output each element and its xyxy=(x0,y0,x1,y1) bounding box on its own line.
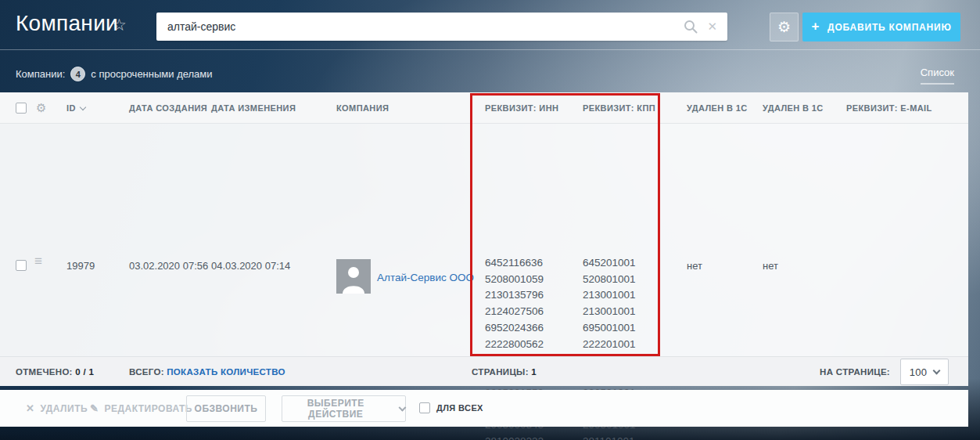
header-divider xyxy=(0,49,980,50)
show-count-link[interactable]: ПОКАЗАТЬ КОЛИЧЕСТВО xyxy=(167,367,285,377)
edit-button[interactable]: ✎РЕДАКТИРОВАТЬ xyxy=(90,390,192,427)
row-checkbox[interactable] xyxy=(16,260,27,271)
action-bar: ✕УДАЛИТЬ ✎РЕДАКТИРОВАТЬ ОБЗВОНИТЬ ВЫБЕРИ… xyxy=(0,390,968,427)
favorite-star-icon[interactable]: ☆ xyxy=(112,16,127,34)
page-title: Компании xyxy=(16,11,118,36)
add-company-button[interactable]: + ДОБАВИТЬ КОМПАНИЮ xyxy=(802,13,960,41)
company-avatar[interactable] xyxy=(336,259,371,294)
person-icon xyxy=(336,259,371,294)
selected-counter: ОТМЕЧЕНО: 0 / 1 xyxy=(16,357,94,387)
kpp-value: 645201001 xyxy=(583,255,636,272)
inn-value: 2130135796 xyxy=(485,287,544,304)
kpp-value: 213001001 xyxy=(583,304,636,320)
search-input[interactable] xyxy=(156,13,727,41)
inn-value: 6952024366 xyxy=(485,320,544,337)
deleted1c-2-value: нет xyxy=(763,260,778,272)
column-header-deleted1c-1[interactable]: УДАЛЕН В 1С xyxy=(687,92,748,124)
counter-label: Компании: xyxy=(16,68,65,80)
settings-button[interactable]: ⚙ xyxy=(770,13,799,41)
inn-value: 2222800562 xyxy=(485,337,544,353)
row-created-date: 03.02.2020 07:56 xyxy=(129,260,208,272)
column-header-inn[interactable]: РЕКВИЗИТ: ИНН xyxy=(485,92,558,124)
column-header-deleted1c-2[interactable]: УДАЛЕН В 1С xyxy=(763,92,824,124)
clear-search-icon[interactable]: ✕ xyxy=(707,20,717,34)
total-counter: ВСЕГО: ПОКАЗАТЬ КОЛИЧЕСТВО xyxy=(129,357,285,387)
for-all-checkbox[interactable] xyxy=(419,402,430,413)
call-button[interactable]: ОБЗВОНИТЬ xyxy=(186,395,266,422)
column-header-modified[interactable]: ДАТА ИЗМЕНЕНИЯ xyxy=(211,92,296,124)
kpp-value: 213001001 xyxy=(583,287,636,304)
kpp-value: 695001001 xyxy=(583,320,636,337)
deleted1c-1-value: нет xyxy=(687,260,702,272)
row-modified-date: 04.03.2020 07:14 xyxy=(211,260,290,272)
per-page-label: НА СТРАНИЦЕ: xyxy=(820,357,890,387)
column-header-id[interactable]: ID xyxy=(66,92,85,124)
row-id: 19979 xyxy=(66,260,95,272)
for-all-label: ДЛЯ ВСЕХ xyxy=(436,390,483,427)
pencil-icon: ✎ xyxy=(90,402,99,414)
column-header-kpp[interactable]: РЕКВИЗИТ: КПП xyxy=(583,92,655,124)
inn-value: 3810028232 xyxy=(485,434,544,440)
inn-value: 2124027506 xyxy=(485,304,544,320)
kpp-value: 520801001 xyxy=(583,272,636,288)
kpp-value: 222201001 xyxy=(583,337,636,353)
table-header: ⚙ ID ДАТА СОЗДАНИЯ ДАТА ИЗМЕНЕНИЯ КОМПАН… xyxy=(0,92,968,124)
delete-x-icon: ✕ xyxy=(26,402,34,414)
add-company-label: ДОБАВИТЬ КОМПАНИЮ xyxy=(827,22,952,33)
pages-value: 1 xyxy=(531,367,537,377)
inn-value: 5208001059 xyxy=(485,272,544,288)
overdue-count-badge[interactable]: 4 xyxy=(70,67,85,81)
grid-footer: ОТМЕЧЕНО: 0 / 1 ВСЕГО: ПОКАЗАТЬ КОЛИЧЕСТ… xyxy=(0,356,968,386)
view-tab-list[interactable]: Список xyxy=(921,67,954,85)
search-box: ✕ xyxy=(156,13,727,41)
inn-value: 6452116636 xyxy=(485,255,544,272)
per-page-select[interactable]: 100 xyxy=(900,359,949,385)
search-icon[interactable] xyxy=(684,20,698,34)
gear-icon: ⚙ xyxy=(777,20,791,34)
company-name-link[interactable]: Алтай-Сервис ООО xyxy=(377,272,474,283)
selected-value: 0 / 1 xyxy=(75,367,94,377)
select-all-checkbox[interactable] xyxy=(16,103,27,114)
kpp-value: 381101001 xyxy=(583,434,636,440)
plus-icon: + xyxy=(811,20,820,33)
counter-suffix: с просроченными делами xyxy=(91,68,212,80)
pages-counter: СТРАНИЦЫ: 1 xyxy=(472,357,537,387)
column-header-company[interactable]: КОМПАНИЯ xyxy=(336,92,389,124)
column-header-email[interactable]: РЕКВИЗИТ: E-MAIL xyxy=(846,92,932,124)
column-header-created[interactable]: ДАТА СОЗДАНИЯ xyxy=(129,92,207,124)
per-page-value: 100 xyxy=(910,366,928,378)
choose-action-dropdown[interactable]: ВЫБЕРИТЕ ДЕЙСТВИЕ xyxy=(282,395,406,422)
sort-chevron-icon xyxy=(80,104,86,110)
grid-settings-gear-icon[interactable]: ⚙ xyxy=(36,92,46,124)
companies-page: Компании ☆ ✕ ⚙ + ДОБАВИТЬ КОМПАНИЮ Компа… xyxy=(0,0,980,440)
table-row: ≡ 19979 03.02.2020 07:56 04.03.2020 07:1… xyxy=(0,124,968,356)
row-menu-icon[interactable]: ≡ xyxy=(34,254,42,269)
counter-bar: Компании: 4 с просроченными делами xyxy=(16,67,213,81)
delete-button[interactable]: ✕УДАЛИТЬ xyxy=(26,390,88,427)
chevron-down-icon xyxy=(399,403,407,411)
chevron-down-icon xyxy=(933,366,941,374)
